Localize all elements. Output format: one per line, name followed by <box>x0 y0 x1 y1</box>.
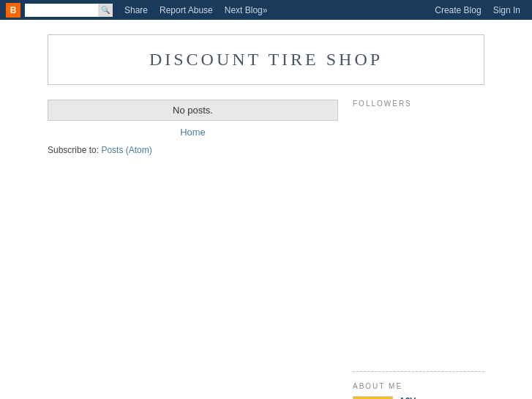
blog-title: DISCOUNT TIRE SHOP <box>56 50 476 70</box>
home-link-container: Home <box>48 127 338 138</box>
logo-letter: B <box>10 5 17 15</box>
followers-section: FOLLOWERS <box>353 100 484 108</box>
username: A2V <box>399 396 484 399</box>
avatar <box>353 396 393 399</box>
home-link[interactable]: Home <box>180 127 206 138</box>
about-me-text: A2V VIEW MY COMPLETE PROFILE <box>399 396 484 399</box>
report-abuse-link[interactable]: Report Abuse <box>154 5 219 15</box>
share-link[interactable]: Share <box>119 5 154 15</box>
search-button[interactable]: 🔍 <box>98 4 113 17</box>
no-posts-box: No posts. <box>48 100 338 121</box>
create-blog-link[interactable]: Create Blog <box>429 5 487 15</box>
subscribe-prefix: Subscribe to: <box>48 145 101 155</box>
blogger-logo[interactable]: B <box>6 3 20 18</box>
page-wrapper: DISCOUNT TIRE SHOP No posts. Home Subscr… <box>0 20 532 399</box>
next-blog-link[interactable]: Next Blog» <box>219 5 274 15</box>
subscribe-line: Subscribe to: Posts (Atom) <box>48 145 338 155</box>
about-me-label: ABOUT ME <box>353 382 484 390</box>
followers-label: FOLLOWERS <box>353 100 484 108</box>
about-me-section: ABOUT ME <box>353 371 484 399</box>
main-column: No posts. Home Subscribe to: Posts (Atom… <box>48 100 338 399</box>
navbar: B 🔍 Share Report Abuse Next Blog» Create… <box>0 0 532 20</box>
nav-right: Create Blog Sign In <box>429 5 526 15</box>
sidebar: FOLLOWERS ABOUT ME <box>353 100 484 399</box>
content-area: No posts. Home Subscribe to: Posts (Atom… <box>0 92 532 399</box>
sign-in-link[interactable]: Sign In <box>487 5 526 15</box>
about-me-content: A2V VIEW MY COMPLETE PROFILE <box>353 396 484 399</box>
search-input[interactable] <box>25 4 98 17</box>
posts-atom-link[interactable]: Posts (Atom) <box>101 145 151 155</box>
search-form: 🔍 <box>25 4 113 17</box>
blog-header: DISCOUNT TIRE SHOP <box>48 34 484 85</box>
nav-links: Share Report Abuse Next Blog» <box>119 5 273 15</box>
